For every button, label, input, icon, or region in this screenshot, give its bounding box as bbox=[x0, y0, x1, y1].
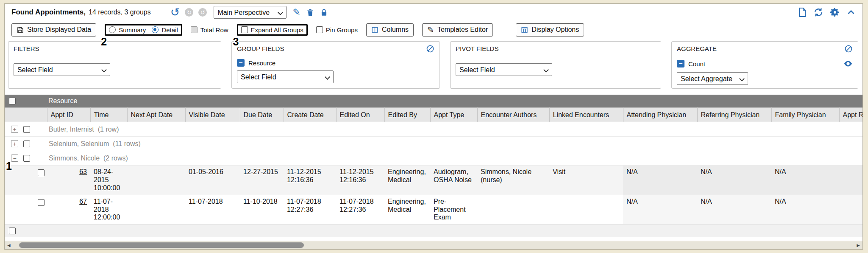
column-header[interactable]: Referring Physician bbox=[697, 108, 771, 122]
row-checkbox[interactable] bbox=[38, 169, 45, 176]
annotation-box-3: Expand All Groups 3 bbox=[237, 24, 308, 36]
horizontal-scrollbar[interactable]: ◄ ► bbox=[5, 241, 862, 249]
edit-perspective-icon[interactable]: ✎ bbox=[292, 8, 300, 17]
group-checkbox[interactable] bbox=[23, 155, 30, 162]
perspective-select[interactable]: Main Perspective bbox=[214, 6, 287, 19]
pin-groups-control[interactable]: Pin Groups bbox=[316, 26, 358, 34]
group-name: Selenium, Selenium bbox=[49, 140, 109, 148]
pivot-field-select[interactable]: Select Field bbox=[456, 63, 552, 76]
column-header[interactable]: Linked Encounters bbox=[549, 108, 623, 122]
templates-editor-button[interactable]: ✎ Templates Editor bbox=[422, 23, 493, 37]
expand-all-groups-control[interactable]: Expand All Groups bbox=[241, 26, 303, 34]
column-header[interactable]: Due Date bbox=[240, 108, 284, 122]
scroll-left-arrow-icon[interactable]: ◄ bbox=[5, 242, 13, 248]
column-header[interactable]: Edited On bbox=[336, 108, 384, 122]
aggregate-select[interactable]: Select Aggregate bbox=[677, 72, 748, 85]
group-field-resource: Resource bbox=[248, 59, 275, 67]
store-displayed-data-button[interactable]: Store Displayed Data bbox=[11, 23, 96, 37]
cell-appt-type: Pre-Placement Exam bbox=[430, 195, 477, 225]
select-all-checkbox[interactable] bbox=[9, 98, 16, 104]
remove-resource-field-icon[interactable]: − bbox=[237, 59, 245, 67]
aggregate-panel-title: AGGREGATE bbox=[677, 45, 717, 52]
cell-encounter-authors: Simmons, Nicole (nurse) bbox=[477, 166, 549, 195]
cell-create-date: 11-07-2018 12:27:36 bbox=[284, 195, 336, 225]
cell-family-physician: N/A bbox=[771, 166, 839, 195]
cell-linked-encounters: Visit bbox=[549, 166, 623, 195]
collapse-panel-chevron-icon[interactable] bbox=[846, 8, 856, 17]
export-document-icon[interactable] bbox=[797, 7, 807, 17]
column-header[interactable]: Time bbox=[90, 108, 127, 122]
column-header[interactable]: Appt ID bbox=[47, 108, 90, 122]
refresh-icon[interactable] bbox=[813, 7, 823, 17]
pin-groups-checkbox[interactable] bbox=[316, 26, 323, 33]
summary-radio-circle[interactable] bbox=[109, 26, 116, 33]
expand-all-groups-checkbox[interactable] bbox=[241, 26, 248, 33]
cell-edited-by: Engineering, Medical bbox=[384, 166, 430, 195]
columns-button[interactable]: Columns bbox=[366, 23, 414, 37]
expand-group-icon[interactable]: + bbox=[11, 126, 18, 133]
annotation-label-2: 2 bbox=[101, 37, 107, 47]
group-checkbox[interactable] bbox=[23, 141, 30, 147]
page-title: Found Appointments, bbox=[11, 8, 86, 17]
grid-footer-row bbox=[5, 225, 862, 238]
display-options-grid-icon bbox=[521, 26, 528, 34]
revert-icon[interactable]: ↺ bbox=[198, 8, 207, 17]
scrollbar-thumb[interactable] bbox=[19, 242, 304, 248]
scrollbar-track[interactable] bbox=[13, 241, 854, 250]
collapse-group-icon[interactable]: − bbox=[11, 155, 18, 162]
appt-id-link[interactable]: 63 bbox=[79, 168, 87, 175]
visibility-eye-icon[interactable] bbox=[843, 59, 853, 68]
remove-count-field-icon[interactable]: − bbox=[677, 60, 684, 67]
annotation-label-1: 1 bbox=[6, 161, 12, 171]
cell-edited-by: Engineering, Medical bbox=[384, 195, 430, 225]
cell-encounter-authors bbox=[477, 195, 549, 225]
column-header[interactable]: Attending Physician bbox=[623, 108, 697, 122]
summary-radio[interactable]: Summary bbox=[109, 26, 146, 34]
group-row: + Selenium, Selenium (11 rows) bbox=[5, 137, 862, 151]
footer-checkbox[interactable] bbox=[9, 228, 16, 234]
delete-perspective-icon[interactable] bbox=[306, 8, 314, 17]
table-row: 63 08-24-2015 10:00:00 01-05-2016 12-27-… bbox=[5, 166, 862, 195]
cell-appt-re bbox=[839, 195, 862, 225]
header-bar: Found Appointments, 14 records, 3 groups… bbox=[5, 4, 862, 21]
lock-perspective-icon[interactable] bbox=[320, 8, 328, 17]
redo-icon[interactable]: ↻ bbox=[185, 8, 193, 17]
column-header[interactable]: Next Apt Date bbox=[127, 108, 185, 122]
group-row: + Butler, Internist (1 row) bbox=[5, 122, 862, 137]
column-header[interactable] bbox=[5, 108, 47, 122]
columns-icon bbox=[371, 26, 378, 34]
detail-radio[interactable]: Detail bbox=[152, 26, 178, 34]
column-header[interactable]: Visible Date bbox=[185, 108, 240, 122]
pivot-fields-panel-title: PIVOT FIELDS bbox=[456, 45, 498, 52]
cell-due-date: 12-27-2015 bbox=[240, 166, 284, 195]
undo-icon[interactable]: ↺ bbox=[170, 7, 180, 18]
appt-id-link[interactable]: 67 bbox=[79, 198, 87, 205]
toolbar: Store Displayed Data Summary Detail 2 To… bbox=[5, 21, 862, 39]
column-header[interactable]: Family Physician bbox=[771, 108, 839, 122]
aggregate-field-count: Count bbox=[688, 60, 705, 67]
detail-radio-circle[interactable] bbox=[152, 26, 159, 33]
cell-visible-date: 11-07-2018 bbox=[185, 195, 240, 225]
group-field-select[interactable]: Select Field bbox=[237, 70, 334, 83]
scroll-right-arrow-icon[interactable]: ► bbox=[854, 242, 862, 248]
column-header[interactable]: Create Date bbox=[284, 108, 336, 122]
total-row-checkbox-control[interactable]: Total Row bbox=[191, 26, 228, 34]
field-panels-row: FILTERS Select Field GROUP FIELDS − bbox=[5, 39, 862, 89]
pivot-fields-panel: PIVOT FIELDS Select Field bbox=[450, 41, 661, 89]
total-row-checkbox[interactable] bbox=[191, 26, 198, 33]
column-header[interactable]: Edited By bbox=[384, 108, 430, 122]
settings-gear-icon[interactable] bbox=[830, 7, 840, 17]
display-options-button[interactable]: Display Options bbox=[516, 23, 584, 37]
group-checkbox[interactable] bbox=[23, 126, 30, 133]
filter-field-select[interactable]: Select Field bbox=[14, 63, 110, 76]
column-header[interactable]: Encounter Authors bbox=[477, 108, 549, 122]
column-header[interactable]: Appt Type bbox=[430, 108, 477, 122]
group-row: − 1 Simmons, Nicole (2 rows) bbox=[5, 151, 862, 166]
disable-aggregate-icon[interactable] bbox=[844, 45, 853, 53]
disable-group-fields-icon[interactable] bbox=[426, 45, 434, 53]
expand-group-icon[interactable]: + bbox=[11, 140, 18, 147]
group-row-count: (2 rows) bbox=[103, 155, 128, 162]
row-checkbox[interactable] bbox=[38, 199, 45, 206]
column-header[interactable]: Appt Re bbox=[839, 108, 862, 122]
aggregate-panel: AGGREGATE − Count Select Aggregate bbox=[671, 41, 858, 89]
